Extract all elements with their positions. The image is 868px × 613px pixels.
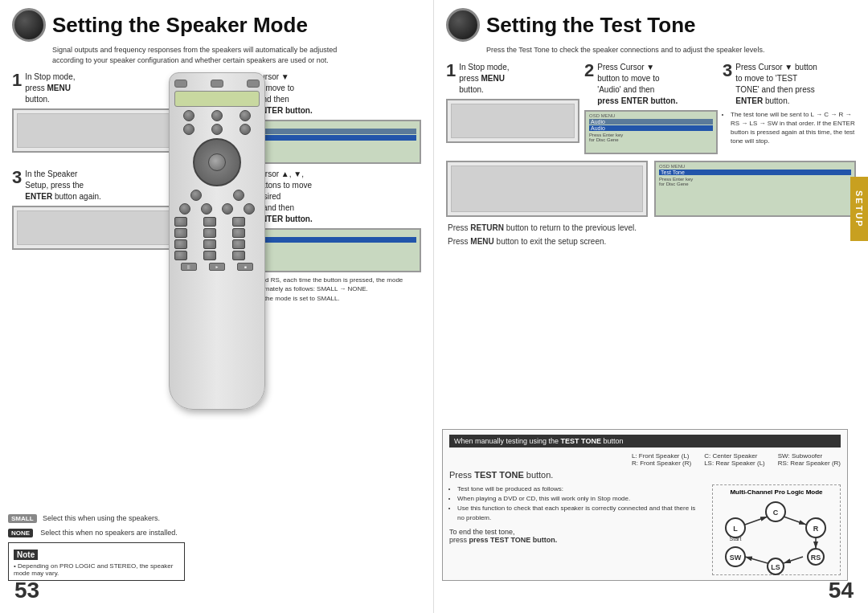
when-testing-bar: When manually testing using the TEST TON… [449,435,841,447]
right-steps-grid: 1 In Stop mode, press MENU button. 2 Pre… [446,62,856,154]
press-return-line: Press RETURN button to return to the pre… [448,223,856,232]
test-tone-section: When manually testing using the TEST TON… [442,429,848,581]
remote-bottom-row: ||| ► ■ [174,263,260,271]
remote-round-1 [183,110,194,121]
left-title-text: Setting the Speaker Mode [52,14,308,37]
svg-text:LS: LS [771,563,780,571]
remote-round-8 [233,190,244,201]
remote-numpad [174,217,260,260]
step3-right: 3 Press Cursor ▼ button to move to 'TEST… [723,62,856,154]
remote-row-2 [174,124,260,135]
test-bullets: Test tone will be produced as follows: W… [449,484,704,523]
remote-round-10 [201,203,212,215]
remote-round-5 [211,124,223,135]
remote-round-4 [183,124,194,135]
remote-round-9 [179,203,190,215]
num-4 [174,228,187,238]
step1-right: 1 In Stop mode, press MENU button. [446,62,579,154]
page-container: Setting the Speaker Mode Signal outputs … [0,0,868,613]
remote-round-12 [244,203,255,215]
press-menu-line: Press MENU button to exit the setup scre… [448,237,856,246]
none-badge-row: NONE Select this when no speakers are in… [8,529,425,537]
to-end-text: To end the test tone, press press TEST T… [449,528,704,544]
channel-diagram: L C R SW [716,499,837,571]
multichannel-diagram: Multi-Channel Pro Logic Mode [712,484,841,575]
remote-btn-1 [174,80,187,88]
svg-text:L: L [733,525,738,533]
remote-rect-3: ■ [237,263,253,271]
remote-row-4 [174,203,260,215]
none-badge: NONE [8,529,33,537]
svg-text:RS: RS [811,554,821,562]
step3-right-text: Press Cursor ▼ button to move to 'TEST T… [735,62,817,107]
svg-text:R: R [813,525,819,533]
remote-round-11 [222,203,233,215]
num-8 [203,239,216,249]
remote-round-2 [211,110,223,121]
right-section-title: Setting the Test Tone [446,8,856,42]
remote-top-buttons [174,80,260,88]
remote-round-7 [190,190,202,201]
svg-line-1 [745,517,768,525]
step1-text: In Stop mode, press MENU button. [25,72,75,105]
screen1-right [446,99,579,143]
setup-tab: SETUP [850,177,868,241]
num-star [203,251,216,260]
small-badge: SMALL [8,514,37,523]
bottom-right-section: When manually testing using the TEST TON… [442,429,848,581]
remote-control: ||| ► ■ [157,72,277,418]
speaker-labels-center: C: Center Speaker LS: Rear Speaker (L) [704,452,765,467]
bottom-section-left: SMALL Select this when using the speaker… [8,509,425,581]
remote-btn-3 [247,80,260,88]
test-left: Test tone will be produced as follows: W… [449,484,704,575]
speaker-icon [12,8,46,42]
small-badge-group: SMALL Select this when using the speaker… [8,509,160,524]
right-subtitle: Press the Test Tone to check the speaker… [486,45,856,55]
svg-text:SW: SW [730,554,742,562]
num-9 [232,239,245,249]
right-large-screen-2: OSD MENU Test Tone Press Enter keyfor Di… [654,161,856,217]
remote-row-1 [174,110,260,121]
num-1 [174,217,187,227]
remote-rect-1: ||| [181,263,197,271]
remote-round-6 [240,124,251,135]
channel-svg: L C R SW [716,499,837,575]
remote-display [174,91,260,107]
speaker-labels-left: L: Front Speaker (L) R: Front Speaker (R… [632,452,691,467]
step3-text: In the Speaker Setup, press the ENTER bu… [25,169,101,202]
num-2 [203,217,216,227]
svg-line-5 [745,557,768,563]
num-0 [174,251,187,260]
num-hash [232,251,245,260]
step3-right-notes: The test tone will be sent to L → C → R … [723,110,856,146]
nav-center [208,153,226,171]
page-number-right: 54 [829,578,854,603]
svg-line-2 [784,517,806,525]
num-5 [203,228,216,238]
right-half: Setting the Test Tone Press the Test Ton… [434,0,868,613]
speaker-icon-right [446,8,480,42]
remote-body: ||| ► ■ [169,72,265,410]
press-test-tone: Press TEST TONE button. [449,470,841,480]
svg-text:C: C [773,509,779,517]
num-3 [232,217,245,227]
right-title-text: Setting the Test Tone [486,14,695,37]
note-box: Note • Depending on PRO LOGIC and STEREO… [8,542,185,581]
step1-right-text: In Stop mode, press MENU button. [459,62,509,96]
step2-right: 2 Press Cursor ▼ button to move to 'Audi… [584,62,718,154]
badge-row: SMALL Select this when using the speaker… [8,509,425,525]
remote-nav-cluster [193,138,241,186]
remote-rect-2: ► [209,263,225,271]
svg-line-4 [784,557,803,563]
speaker-labels-row: L: Front Speaker (L) R: Front Speaker (R… [449,452,841,467]
right-large-screen-1 [446,161,648,217]
remote-btn-2 [211,80,223,88]
screen2-right: OSD MENU Audio Audio Press Enter keyfor … [584,110,718,154]
right-screens-row: OSD MENU Test Tone Press Enter keyfor Di… [446,157,856,217]
left-section-title: Setting the Speaker Mode [12,8,421,42]
press-return-section: Press RETURN button to return to the pre… [446,223,856,246]
remote-row-3 [174,190,260,201]
page-number-left: 53 [14,578,39,603]
num-7 [174,239,187,249]
speaker-labels-right: SW: Subwoofer RS: Rear Speaker (R) [778,452,841,467]
